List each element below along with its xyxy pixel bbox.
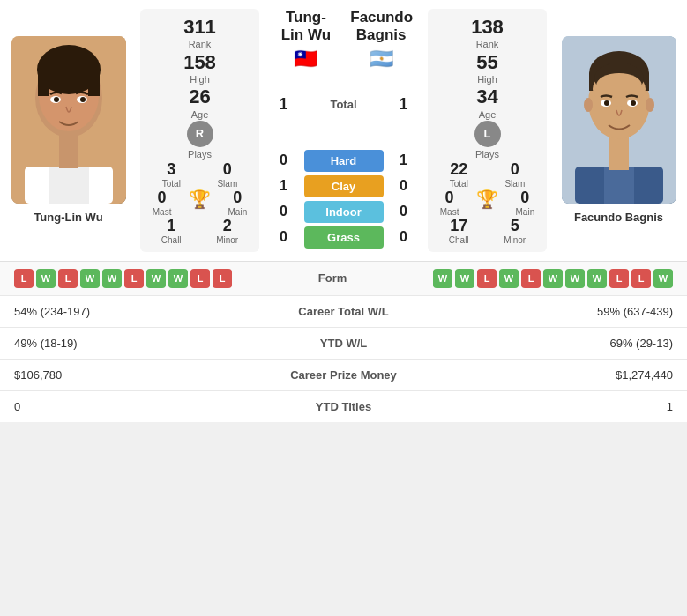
svg-point-23 xyxy=(596,73,642,98)
svg-point-29 xyxy=(646,98,654,112)
left-plays-block: R Plays xyxy=(187,121,213,160)
right-slam-item: 0 Slam xyxy=(504,160,525,189)
form-badge-left: L xyxy=(58,269,78,288)
right-main-item: 0 Main xyxy=(516,189,535,217)
left-minor-item: 2 Minor xyxy=(216,217,238,245)
stat-center-label: YTD W/L xyxy=(209,327,479,359)
stats-table: 54% (234-197) Career Total W/L 59% (637-… xyxy=(0,295,687,422)
form-badge-left: W xyxy=(80,269,100,288)
stat-right-value: $1,274,440 xyxy=(478,359,687,390)
surface-row-grass: 0 Grass 0 xyxy=(266,226,421,249)
right-flag: 🇦🇷 xyxy=(350,48,412,71)
main-container: Tung-Lin Wu 311 Rank 158 High 26 Age R P… xyxy=(0,0,687,422)
left-form-badges: LWLWWLWWLL xyxy=(14,269,232,288)
left-trophy-item: 🏆 xyxy=(189,189,211,217)
surface-row-hard: 0 Hard 1 xyxy=(266,150,421,172)
left-high-value: 158 xyxy=(183,51,216,74)
hard-btn[interactable]: Hard xyxy=(304,150,384,172)
right-rank-value: 138 xyxy=(471,16,504,39)
right-main-label: Main xyxy=(516,207,535,217)
indoor-score-right: 0 xyxy=(391,204,417,219)
left-player-photo-area: Tung-Lin Wu xyxy=(0,9,137,252)
stats-table-row: 49% (18-19) YTD W/L 69% (29-13) xyxy=(0,327,687,359)
left-slam-item: 0 Slam xyxy=(217,160,237,189)
stat-left-value: $106,780 xyxy=(0,359,209,390)
stat-right-value: 59% (637-439) xyxy=(478,295,687,327)
form-badge-left: L xyxy=(124,269,144,288)
indoor-btn[interactable]: Indoor xyxy=(304,201,384,223)
left-minor-value: 2 xyxy=(216,217,238,235)
form-label: Form xyxy=(280,271,385,285)
svg-rect-15 xyxy=(604,167,634,204)
right-high-label: High xyxy=(476,74,497,85)
right-main-value: 0 xyxy=(516,189,535,207)
left-main-item: 0 Main xyxy=(228,189,248,217)
left-high-label: High xyxy=(183,74,216,85)
left-player-name-below: Tung-Lin Wu xyxy=(34,211,102,224)
stat-right-value: 69% (29-13) xyxy=(478,327,687,359)
left-trophy-icon: 🏆 xyxy=(189,189,211,210)
stat-left-value: 0 xyxy=(0,390,209,422)
svg-rect-12 xyxy=(59,131,78,168)
form-badge-right: W xyxy=(587,269,607,288)
left-total-label: Total xyxy=(162,179,181,189)
clay-btn[interactable]: Clay xyxy=(304,175,384,197)
right-plays-block: L Plays xyxy=(474,121,501,160)
right-high-block: 55 High xyxy=(476,51,497,86)
right-player-photo xyxy=(562,36,676,204)
top-section: Tung-Lin Wu 311 Rank 158 High 26 Age R P… xyxy=(0,0,687,261)
svg-rect-4 xyxy=(38,70,49,96)
right-header-name: Facundo Bagnis xyxy=(350,9,412,44)
right-trophy-icon: 🏆 xyxy=(476,189,498,210)
form-badge-left: W xyxy=(36,269,56,288)
left-slam-value: 0 xyxy=(217,160,237,179)
form-badge-right: L xyxy=(609,269,629,288)
svg-point-8 xyxy=(54,97,59,102)
right-mast-main-row: 0 Mast 🏆 0 Main xyxy=(431,189,543,217)
form-badge-left: L xyxy=(213,269,232,288)
left-rank-value: 311 xyxy=(183,16,216,39)
left-total-slam-row: 3 Total 0 Slam xyxy=(144,160,256,189)
grass-btn[interactable]: Grass xyxy=(304,226,384,249)
form-badge-left: W xyxy=(146,269,166,288)
right-total-item: 22 Total xyxy=(450,160,468,189)
right-minor-item: 5 Minor xyxy=(504,217,526,245)
form-badge-right: L xyxy=(521,269,541,288)
stats-table-row: $106,780 Career Prize Money $1,274,440 xyxy=(0,359,687,390)
left-total-value: 3 xyxy=(162,160,181,179)
total-label: Total xyxy=(304,98,384,111)
right-minor-value: 5 xyxy=(504,217,526,235)
left-slam-label: Slam xyxy=(217,179,237,189)
right-chall-item: 17 Chall xyxy=(449,217,469,245)
left-chall-label: Chall xyxy=(161,235,182,245)
form-badge-right: L xyxy=(631,269,651,288)
right-form-badges: WWLWLWWWLLW xyxy=(433,269,673,288)
left-mast-item: 0 Mast xyxy=(153,189,172,217)
right-chall-minor-row: 17 Chall 5 Minor xyxy=(431,217,543,245)
right-plays-label: Plays xyxy=(474,149,501,160)
left-chall-item: 1 Chall xyxy=(161,217,182,245)
left-mast-value: 0 xyxy=(153,189,172,207)
total-score-right: 1 xyxy=(391,95,417,114)
clay-score-left: 1 xyxy=(271,178,297,194)
left-mast-main-row: 0 Mast 🏆 0 Main xyxy=(144,189,256,217)
left-chall-minor-row: 1 Chall 2 Minor xyxy=(144,217,256,245)
right-slam-value: 0 xyxy=(504,160,525,179)
stat-center-label: Career Prize Money xyxy=(209,359,479,390)
form-badge-right: L xyxy=(477,269,497,288)
stat-left-value: 49% (18-19) xyxy=(0,327,209,359)
left-age-value: 26 xyxy=(189,85,210,108)
right-player-photo-area: Facundo Bagnis xyxy=(550,9,687,252)
form-badge-left: L xyxy=(190,269,210,288)
svg-point-27 xyxy=(631,100,636,106)
left-plays-badge: R xyxy=(187,121,213,147)
right-player-stats: 138 Rank 55 High 34 Age L Plays 22 xyxy=(428,9,547,252)
form-badge-right: W xyxy=(565,269,585,288)
left-high-block: 158 High xyxy=(183,51,216,86)
right-age-block: 34 Age xyxy=(476,85,497,121)
stats-table-row: 0 YTD Titles 1 xyxy=(0,390,687,422)
total-score-left: 1 xyxy=(271,95,297,114)
left-flag: 🇹🇼 xyxy=(275,48,337,71)
left-rank-label: Rank xyxy=(183,39,216,50)
right-chall-label: Chall xyxy=(449,235,469,245)
